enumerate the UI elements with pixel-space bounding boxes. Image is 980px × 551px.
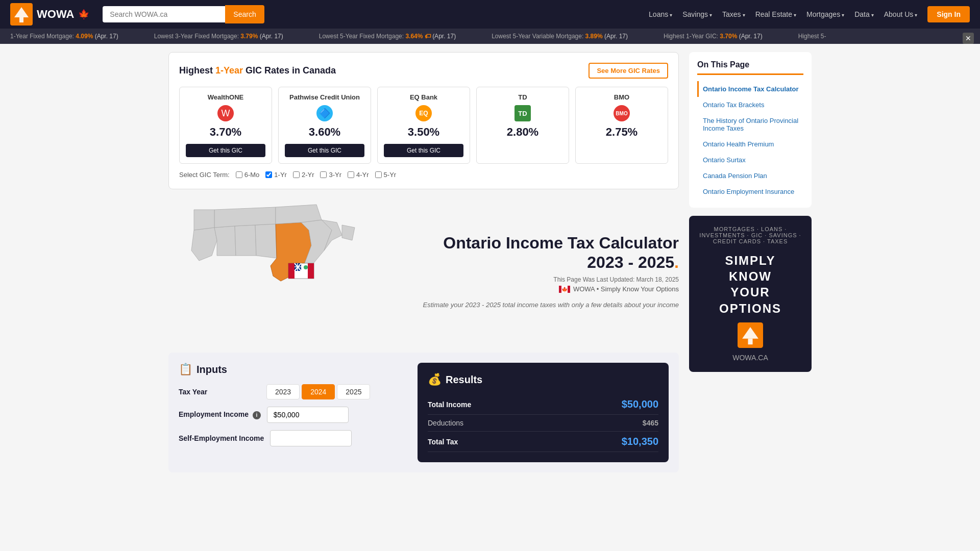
- bank-name-2: EQ Bank: [384, 93, 463, 101]
- calc-wowa: 🍁 WOWA • Simply Know Your Options: [362, 285, 679, 293]
- search-wrapper: Search: [103, 5, 264, 23]
- employment-income-info-icon[interactable]: i: [253, 411, 261, 419]
- term-6mo-checkbox[interactable]: [236, 171, 242, 178]
- map-area: [168, 199, 362, 342]
- ad-box: MORTGAGES · LOANS · INVESTMENTS · GIC · …: [689, 216, 812, 372]
- ticker-close-button[interactable]: ✕: [963, 33, 974, 44]
- logo[interactable]: WOWA 🍁: [10, 3, 89, 26]
- employment-income-input[interactable]: [267, 407, 349, 423]
- nav-taxes[interactable]: Taxes: [722, 10, 745, 18]
- toc-title: On This Page: [697, 60, 803, 75]
- term-1yr-checkbox[interactable]: [265, 171, 272, 178]
- deductions-label: Deductions: [428, 419, 463, 427]
- ad-line1: SIMPLY: [699, 253, 801, 268]
- wowa-tagline: WOWA • Simply Know Your Options: [573, 285, 679, 293]
- ad-tagline: MORTGAGES · LOANS · INVESTMENTS · GIC · …: [699, 226, 801, 244]
- toc-item-surtax[interactable]: Ontario Surtax: [697, 152, 803, 168]
- year-2024-btn[interactable]: 2024: [302, 384, 335, 399]
- year-2025-btn[interactable]: 2025: [337, 384, 370, 399]
- canada-flag-small: 🍁: [559, 286, 570, 293]
- total-income-label: Total Income: [428, 400, 471, 409]
- nav-loans[interactable]: Loans: [649, 10, 672, 18]
- gic-terms: Select GIC Term: 6-Mo 1-Yr 2-Yr 3-Yr 4-Y…: [179, 171, 668, 179]
- search-button[interactable]: Search: [225, 5, 264, 23]
- toc-item-brackets[interactable]: Ontario Tax Brackets: [697, 97, 803, 113]
- toc-item-calculator[interactable]: Ontario Income Tax Calculator: [697, 81, 803, 97]
- bank-rate-3: 2.80%: [483, 126, 562, 139]
- inputs-label: Inputs: [197, 364, 227, 375]
- deductions-row: Deductions $465: [428, 415, 658, 432]
- toc-item-cpp[interactable]: Canada Pension Plan: [697, 168, 803, 184]
- nav-about-us[interactable]: About Us: [884, 10, 918, 18]
- term-3yr[interactable]: 3-Yr: [320, 171, 341, 179]
- total-tax-label: Total Tax: [428, 438, 458, 446]
- get-gic-btn-1[interactable]: Get this GIC: [285, 144, 364, 157]
- ticker-item-4: Highest 1-Year GIC: 3.70% (Apr. 17): [664, 33, 763, 40]
- toc-box: On This Page Ontario Income Tax Calculat…: [689, 52, 812, 208]
- inputs-panel: 📋 Inputs Tax Year 2023 2024 2025 Employm…: [179, 363, 409, 462]
- results-panel: 💰 Results Total Income $50,000 Deduction…: [418, 363, 669, 462]
- bank-rate-2: 3.50%: [384, 126, 463, 139]
- self-employment-label: Self-Employment Income: [179, 434, 264, 442]
- svg-rect-4: [288, 263, 295, 279]
- ad-line2: KNOW: [699, 268, 801, 284]
- ticker-bar: 1-Year Fixed Mortgage: 4.09% (Apr. 17) L…: [0, 29, 980, 44]
- results-icon: 💰: [428, 373, 442, 386]
- see-more-gic-button[interactable]: See More GIC Rates: [589, 63, 668, 79]
- nav-links: Loans Savings Taxes Real Estate Mortgage…: [649, 6, 970, 22]
- nav-mortgages[interactable]: Mortgages: [806, 10, 844, 18]
- nav-data[interactable]: Data: [854, 10, 874, 18]
- year-2023-btn[interactable]: 2023: [266, 384, 300, 399]
- inputs-icon: 📋: [179, 363, 192, 376]
- term-2yr-checkbox[interactable]: [293, 171, 300, 178]
- bank-name-3: TD: [483, 93, 562, 101]
- nav-real-estate[interactable]: Real Estate: [755, 10, 796, 18]
- gic-terms-label: Select GIC Term:: [179, 171, 230, 179]
- toc-item-health-premium[interactable]: Ontario Health Premium: [697, 136, 803, 152]
- term-5yr[interactable]: 5-Yr: [375, 171, 397, 179]
- employment-income-label: Employment Income i: [179, 410, 261, 419]
- bank-name-1: Pathwise Credit Union: [285, 93, 364, 101]
- term-5yr-checkbox[interactable]: [375, 171, 382, 178]
- search-input[interactable]: [103, 6, 225, 22]
- get-gic-btn-2[interactable]: Get this GIC: [384, 144, 463, 157]
- ad-line4: OPTIONS: [699, 300, 801, 316]
- gic-title-suffix: GIC Rates in Canada: [243, 65, 336, 76]
- total-tax-row: Total Tax $10,350: [428, 432, 658, 452]
- bank-rate-1: 3.60%: [285, 126, 364, 139]
- logo-text: WOWA: [37, 8, 74, 21]
- bank-logo-3: TD: [514, 105, 531, 121]
- term-4yr[interactable]: 4-Yr: [348, 171, 369, 179]
- nav-savings[interactable]: Savings: [682, 10, 712, 18]
- term-4yr-checkbox[interactable]: [348, 171, 354, 178]
- calculator-title: Ontario Income Tax Calculator 2023 - 202…: [362, 233, 679, 272]
- self-employment-input[interactable]: [270, 430, 352, 446]
- gic-cards: WealthONE W 3.70% Get this GIC Pathwise …: [179, 87, 668, 164]
- calc-description: Estimate your 2023 - 2025 total income t…: [362, 301, 679, 309]
- toc-item-employment-insurance[interactable]: Ontario Employment Insurance: [697, 184, 803, 199]
- year-buttons: 2023 2024 2025: [266, 384, 370, 399]
- results-label: Results: [446, 374, 482, 386]
- employment-income-row: Employment Income i: [179, 407, 409, 423]
- gic-title-prefix: Highest: [179, 65, 215, 76]
- toc-item-history[interactable]: The History of Ontario Provincial Income…: [697, 113, 803, 136]
- term-3yr-checkbox[interactable]: [320, 171, 327, 178]
- bank-logo-2: EQ: [415, 105, 432, 121]
- get-gic-btn-0[interactable]: Get this GIC: [186, 144, 265, 157]
- ticker-item-3: Lowest 5-Year Variable Mortgage: 3.89% (…: [492, 33, 628, 40]
- term-2yr[interactable]: 2-Yr: [293, 171, 314, 179]
- signin-button[interactable]: Sign In: [927, 6, 970, 22]
- ad-wowa-label: WOWA.CA: [699, 354, 801, 362]
- gic-title-year: 1-Year: [215, 65, 243, 76]
- calc-title-dot: .: [674, 253, 679, 271]
- ticker-item-5: Highest 5-: [798, 33, 826, 40]
- main-content: Highest 1-Year GIC Rates in Canada See M…: [168, 52, 679, 472]
- term-6mo[interactable]: 6-Mo: [236, 171, 260, 179]
- gic-card-eqbank: EQ Bank EQ 3.50% Get this GIC: [377, 87, 470, 164]
- gic-card-td: TD TD 2.80%: [476, 87, 569, 164]
- gic-card-pathwise: Pathwise Credit Union 🔷 3.60% Get this G…: [278, 87, 371, 164]
- calc-updated: This Page Was Last Updated: March 18, 20…: [362, 276, 679, 283]
- svg-rect-13: [568, 286, 570, 293]
- term-1yr[interactable]: 1-Yr: [265, 171, 287, 179]
- svg-point-11: [304, 265, 308, 269]
